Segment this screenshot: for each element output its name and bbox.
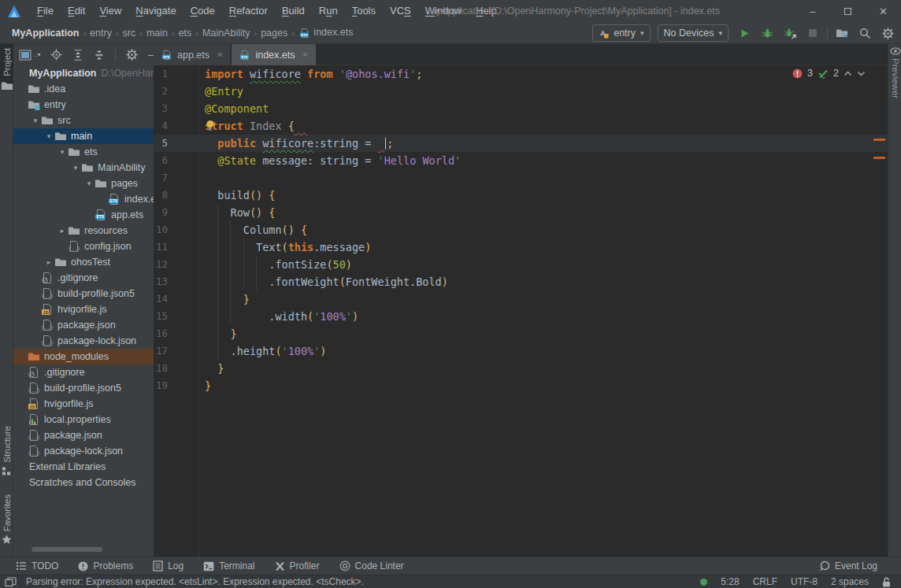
project-structure-button[interactable] xyxy=(833,24,851,42)
locate-button[interactable] xyxy=(50,49,62,61)
code-editor[interactable]: 12345678910111213141516171819 import wif… xyxy=(154,65,888,557)
tree-row-build-profile.json5[interactable]: {..}build-profile.json5 xyxy=(13,380,154,396)
tree-row-.gitignore[interactable]: .gitignore xyxy=(13,364,154,380)
chevron-up-icon[interactable] xyxy=(844,71,852,76)
tree-row-hvigorfile.js[interactable]: JShvigorfile.js xyxy=(13,301,154,317)
tree-row-ohosTest[interactable]: ▸ohosTest xyxy=(13,254,154,270)
tab-app.ets[interactable]: ETSapp.ets✕ xyxy=(154,44,230,65)
settings-button[interactable] xyxy=(879,24,896,42)
error-stripe-mark[interactable] xyxy=(873,139,885,141)
search-button[interactable] xyxy=(856,24,873,42)
tool-strip-previewer[interactable]: Previewer xyxy=(888,47,901,98)
file-encoding[interactable]: UTF-8 xyxy=(791,576,818,587)
menu-run[interactable]: Run xyxy=(312,0,345,22)
code-line-4[interactable]: struct Index { xyxy=(205,117,872,135)
unlock-icon[interactable] xyxy=(882,577,892,587)
code-line-19[interactable]: } xyxy=(205,377,872,394)
close-button[interactable]: ✕ xyxy=(866,0,901,22)
breadcrumb-item-entry[interactable]: entry xyxy=(87,28,114,39)
chevron-down-icon[interactable]: ▾ xyxy=(30,116,41,124)
code-line-10[interactable]: Column() { xyxy=(205,221,872,239)
menu-tools[interactable]: Tools xyxy=(345,0,383,22)
tab-index.ets[interactable]: ETSindex.ets✕ xyxy=(232,44,315,65)
menu-refactor[interactable]: Refactor xyxy=(222,0,275,22)
device-selector[interactable]: No Devices ▾ xyxy=(658,24,729,42)
tree-row-build-profile.json5[interactable]: {..}build-profile.json5 xyxy=(13,286,154,301)
intention-bulb-icon[interactable] xyxy=(206,120,215,131)
code-line-6[interactable]: @State message: string = 'Hello World' xyxy=(205,152,872,169)
menu-code[interactable]: Code xyxy=(184,0,222,22)
menu-view[interactable]: View xyxy=(92,0,128,22)
tool-window-button-problems[interactable]: Problems xyxy=(78,560,133,571)
code-line-2[interactable]: @Entry xyxy=(205,83,872,100)
event-log-button[interactable]: Event Log xyxy=(819,560,877,571)
tree-row-package.json[interactable]: {..}package.json xyxy=(13,427,154,443)
tool-window-button-terminal[interactable]: Terminal xyxy=(203,560,254,571)
settings-button[interactable] xyxy=(126,49,138,61)
tree-row-local.properties[interactable]: local.properties xyxy=(13,412,154,427)
run-button[interactable] xyxy=(736,24,753,42)
code-line-5[interactable]: public wificore:string = ; xyxy=(205,135,872,152)
code-content[interactable]: import wificore from '@ohos.wifi';@Entry… xyxy=(205,65,872,394)
tool-window-layout-icon[interactable] xyxy=(5,577,17,587)
code-line-13[interactable]: .fontWeight(FontWeight.Bold) xyxy=(205,273,872,290)
code-line-16[interactable]: } xyxy=(205,325,872,342)
tree-row-package-lock.json[interactable]: {..}package-lock.json xyxy=(13,443,154,459)
hide-button[interactable]: – xyxy=(148,49,154,61)
chevron-down-icon[interactable]: ▾ xyxy=(43,132,54,140)
chevron-down-icon[interactable]: ▾ xyxy=(83,179,95,187)
tree-row-index.ets[interactable]: ETSindex.ets xyxy=(13,191,154,207)
tree-row-ets[interactable]: ▾ets xyxy=(13,144,154,160)
tree-row-node_modules[interactable]: node_modules xyxy=(13,349,154,364)
tree-row-MainAbility[interactable]: ▾MainAbility xyxy=(13,160,154,176)
code-line-14[interactable]: } xyxy=(205,290,872,308)
debug-button[interactable] xyxy=(758,24,776,42)
tree-row-entry[interactable]: entry xyxy=(13,97,154,113)
tree-row-.idea[interactable]: .idea xyxy=(13,81,154,97)
tool-strip-favorites[interactable]: Favorites xyxy=(0,494,13,545)
collapse-all-button[interactable] xyxy=(94,50,105,61)
tool-window-button-todo[interactable]: TODO xyxy=(16,560,58,571)
tree-row-hvigorfile.js[interactable]: JShvigorfile.js xyxy=(13,396,154,412)
tree-row-main[interactable]: ▾main xyxy=(13,128,154,144)
chevron-down-icon[interactable] xyxy=(857,71,866,76)
minimize-button[interactable]: – xyxy=(795,0,830,22)
caret-position[interactable]: 5:28 xyxy=(721,576,739,587)
tree-row-package-lock.json[interactable]: {..}package-lock.json xyxy=(13,333,154,349)
breadcrumb-item-MainAbility[interactable]: MainAbility xyxy=(200,28,252,39)
breadcrumb-item-main[interactable]: main xyxy=(144,28,170,39)
tree-row-pages[interactable]: ▾pages xyxy=(13,176,154,191)
tool-strip-project[interactable]: Project xyxy=(0,44,13,83)
run-configuration-selector[interactable]: entry ▾ xyxy=(592,24,650,42)
tree-row-package.json[interactable]: {..}package.json xyxy=(13,317,154,333)
close-icon[interactable]: ✕ xyxy=(302,50,308,59)
code-line-15[interactable]: .width('100%') xyxy=(205,308,872,325)
tool-strip-structure[interactable]: Structure xyxy=(0,426,13,476)
breadcrumb-item-src[interactable]: src xyxy=(121,28,139,39)
indent-style[interactable]: 2 spaces xyxy=(831,576,869,587)
tree-row-.gitignore[interactable]: .gitignore xyxy=(13,270,154,286)
tree-row-External Libraries[interactable]: External Libraries xyxy=(13,459,154,475)
code-line-1[interactable]: import wificore from '@ohos.wifi'; xyxy=(205,65,872,83)
tree-row-app.ets[interactable]: ETSapp.ets xyxy=(13,207,154,223)
tree-row-src[interactable]: ▾src xyxy=(13,113,154,128)
menu-file[interactable]: File xyxy=(30,0,61,22)
chevron-down-icon[interactable]: ▾ xyxy=(70,164,81,172)
breadcrumb-item-MyApplication[interactable]: MyApplication xyxy=(9,28,81,39)
code-line-18[interactable]: } xyxy=(205,360,872,377)
menu-edit[interactable]: Edit xyxy=(61,0,92,22)
chevron-right-icon[interactable]: ▸ xyxy=(43,258,54,266)
tree-row-MyApplication[interactable]: MyApplicationD:\OpenHarmon xyxy=(13,65,154,81)
code-line-7[interactable] xyxy=(205,169,872,187)
menu-vcs[interactable]: VCS xyxy=(383,0,418,22)
maximize-button[interactable] xyxy=(830,0,866,22)
editor-gutter[interactable]: 12345678910111213141516171819 xyxy=(154,65,199,557)
expand-all-button[interactable] xyxy=(72,50,83,61)
stop-button[interactable] xyxy=(804,24,821,42)
chevron-right-icon[interactable]: ▸ xyxy=(57,227,68,235)
code-line-12[interactable]: .fontSize(50) xyxy=(205,256,872,273)
menu-build[interactable]: Build xyxy=(275,0,312,22)
menu-navigate[interactable]: Navigate xyxy=(128,0,183,22)
tree-row-config.json[interactable]: {..}config.json xyxy=(13,239,154,254)
code-line-3[interactable]: @Component xyxy=(205,100,872,117)
